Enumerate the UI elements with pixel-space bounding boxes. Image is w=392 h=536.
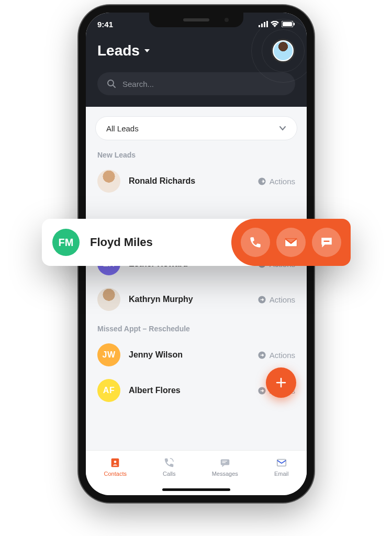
tab-label: Messages xyxy=(212,471,238,477)
leads-body: All Leads New Leads Ronald Richards Acti… xyxy=(86,107,307,450)
filter-dropdown[interactable]: All Leads xyxy=(95,116,297,140)
mail-icon xyxy=(276,457,287,468)
chat-icon xyxy=(320,236,333,249)
status-time: 9:41 xyxy=(97,20,113,29)
email-button[interactable] xyxy=(276,228,306,257)
overlay-actions xyxy=(231,219,351,266)
plus-icon xyxy=(275,376,287,389)
lead-row[interactable]: Ronald Richards Actions xyxy=(86,163,307,199)
lead-row[interactable]: Kathryn Murphy Actions xyxy=(86,282,307,317)
svg-rect-21 xyxy=(222,462,225,463)
svg-point-18 xyxy=(114,461,117,463)
messages-icon xyxy=(219,457,231,468)
actions-icon xyxy=(257,295,266,304)
phone-icon xyxy=(163,457,175,468)
tab-bar: Contacts Calls Messages Email xyxy=(86,450,307,495)
svg-line-11 xyxy=(113,85,115,87)
add-button[interactable] xyxy=(266,367,296,398)
svg-rect-3 xyxy=(259,25,260,27)
actions-icon xyxy=(257,351,266,360)
home-indicator xyxy=(162,488,230,491)
svg-rect-23 xyxy=(324,241,330,242)
search-icon xyxy=(107,79,116,88)
actions-icon xyxy=(257,177,266,186)
lead-avatar xyxy=(97,288,120,311)
page-title-dropdown[interactable]: Leads xyxy=(97,42,151,59)
notch xyxy=(149,13,243,27)
profile-button[interactable] xyxy=(271,39,295,63)
tab-label: Contacts xyxy=(104,471,127,477)
tab-label: Calls xyxy=(163,471,175,477)
lead-avatar xyxy=(97,170,120,193)
lead-actions[interactable]: Actions xyxy=(257,295,295,304)
message-button[interactable] xyxy=(312,228,341,257)
tab-messages[interactable]: Messages xyxy=(212,457,238,477)
actions-icon xyxy=(257,386,266,395)
mail-icon xyxy=(284,236,298,249)
lead-avatar: AF xyxy=(97,379,120,402)
lead-name: Jenny Wilson xyxy=(129,350,249,360)
overlay-avatar: FM xyxy=(52,229,80,256)
chevron-down-icon xyxy=(143,47,151,55)
tab-contacts[interactable]: Contacts xyxy=(104,457,127,477)
page-title: Leads xyxy=(97,42,140,59)
lead-name: Kathryn Murphy xyxy=(129,295,249,304)
chevron-down-icon xyxy=(279,125,286,132)
tab-calls[interactable]: Calls xyxy=(163,457,175,477)
tab-label: Email xyxy=(274,471,289,477)
search-input[interactable] xyxy=(122,80,286,88)
app-header: Leads xyxy=(86,36,307,107)
contacts-icon xyxy=(109,457,121,468)
lead-name: Albert Flores xyxy=(129,386,249,395)
profile-avatar xyxy=(273,40,294,61)
section-header: Missed Appt – Reschedule xyxy=(86,317,307,337)
filter-label: All Leads xyxy=(106,124,139,133)
lead-row[interactable]: JW Jenny Wilson Actions xyxy=(86,337,307,373)
svg-rect-19 xyxy=(220,460,229,465)
overlay-name: Floyd Miles xyxy=(90,236,231,249)
lead-actions[interactable]: Actions xyxy=(257,351,295,360)
section-header: New Leads xyxy=(86,143,307,163)
tab-email[interactable]: Email xyxy=(274,457,289,477)
lead-avatar: JW xyxy=(97,343,120,366)
call-button[interactable] xyxy=(241,228,270,257)
lead-actions[interactable]: Actions xyxy=(257,177,295,186)
lead-name: Ronald Richards xyxy=(129,176,249,186)
phone-icon xyxy=(249,236,262,249)
lead-swipe-overlay: FM Floyd Miles xyxy=(42,219,351,266)
svg-rect-20 xyxy=(222,461,227,461)
